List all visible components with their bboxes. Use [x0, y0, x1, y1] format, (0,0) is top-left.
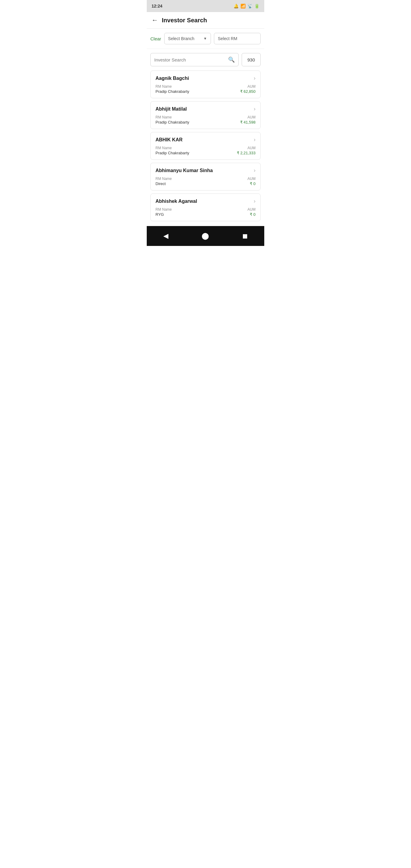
investor-details: RM Name Direct AUM ₹ 0 — [156, 177, 255, 186]
investor-details: RM Name Pradip Chakrabarty AUM ₹ 62,850 — [156, 84, 255, 94]
chevron-right-icon: › — [254, 75, 255, 82]
notification-icon: 🔔 — [233, 4, 239, 8]
investor-card[interactable]: Abhimanyu Kumar Sinha › RM Name Direct A… — [150, 163, 261, 190]
chevron-down-icon: ▼ — [203, 36, 207, 41]
investor-card[interactable]: Abhishek Agarwal › RM Name RYG AUM ₹ 0 — [150, 193, 261, 221]
investor-name: Abhijit Matilal — [156, 106, 187, 112]
nav-bar: ◀ ⬤ ◼ — [147, 226, 264, 246]
investor-name: ABHIK KAR — [156, 137, 183, 143]
investor-aum-section: AUM ₹ 62,850 — [240, 84, 255, 94]
chevron-right-icon: › — [254, 167, 255, 174]
nav-home-button[interactable]: ⬤ — [195, 230, 215, 242]
nav-square-button[interactable]: ◼ — [236, 230, 254, 242]
status-time: 12:24 — [152, 4, 162, 8]
investor-header: Abhimanyu Kumar Sinha › — [156, 167, 255, 174]
aum-label: AUM — [247, 115, 255, 119]
investor-details: RM Name Pradip Chakrabarty AUM ₹ 41,598 — [156, 115, 255, 124]
battery-icon: 🔋 — [254, 4, 259, 8]
rm-value: Pradip Chakrabarty — [156, 151, 189, 155]
rm-value: Pradip Chakrabarty — [156, 120, 189, 124]
aum-value: ₹ 0 — [250, 212, 255, 217]
investor-header: Aagnik Bagchi › — [156, 75, 255, 82]
rm-label: RM Name — [156, 115, 189, 119]
investor-card[interactable]: ABHIK KAR › RM Name Pradip Chakrabarty A… — [150, 132, 261, 160]
rm-label: RM Name — [156, 207, 172, 212]
investor-aum-section: AUM ₹ 0 — [247, 207, 255, 217]
chevron-right-icon: › — [254, 106, 255, 112]
filter-row: Clear Select Branch ▼ Select RM — [147, 29, 264, 49]
aum-label: AUM — [247, 84, 255, 89]
investor-name: Abhishek Agarwal — [156, 198, 197, 204]
rm-label: RM Name — [156, 84, 189, 89]
investor-rm-section: RM Name RYG — [156, 207, 172, 217]
investor-card[interactable]: Aagnik Bagchi › RM Name Pradip Chakrabar… — [150, 70, 261, 98]
investor-name: Abhimanyu Kumar Sinha — [156, 168, 213, 173]
search-box: 🔍 — [150, 53, 239, 66]
investor-details: RM Name Pradip Chakrabarty AUM ₹ 2,21,33… — [156, 146, 255, 155]
rm-value: Direct — [156, 181, 172, 186]
select-rm-label: Select RM — [218, 36, 238, 41]
status-icons: 🔔 📶 📡 🔋 — [233, 4, 259, 8]
aum-value: ₹ 2,21,333 — [237, 151, 255, 155]
investor-header: Abhishek Agarwal › — [156, 198, 255, 204]
select-branch-label: Select Branch — [168, 36, 194, 41]
investor-rm-section: RM Name Pradip Chakrabarty — [156, 115, 189, 124]
rm-value: Pradip Chakrabarty — [156, 89, 189, 94]
investor-aum-section: AUM ₹ 2,21,333 — [237, 146, 255, 155]
signal-icon: 📡 — [247, 4, 253, 8]
chevron-right-icon: › — [254, 136, 255, 143]
search-icon: 🔍 — [228, 56, 235, 63]
aum-label: AUM — [247, 207, 255, 212]
aum-value: ₹ 0 — [250, 181, 255, 186]
clear-button[interactable]: Clear — [150, 36, 161, 41]
investor-name: Aagnik Bagchi — [156, 76, 189, 81]
search-container: 🔍 930 — [150, 53, 261, 66]
rm-label: RM Name — [156, 146, 189, 150]
investor-aum-section: AUM ₹ 41,598 — [240, 115, 255, 124]
search-input[interactable] — [154, 57, 228, 62]
aum-value: ₹ 62,850 — [240, 89, 255, 94]
header: ← Investor Search — [147, 12, 264, 29]
result-count-badge: 930 — [242, 53, 261, 66]
page-title: Investor Search — [162, 17, 207, 24]
nav-back-button[interactable]: ◀ — [157, 230, 175, 242]
result-count: 930 — [247, 57, 255, 62]
investors-list: Aagnik Bagchi › RM Name Pradip Chakrabar… — [147, 70, 264, 221]
investor-header: Abhijit Matilal › — [156, 106, 255, 112]
aum-label: AUM — [247, 146, 255, 150]
select-rm-dropdown[interactable]: Select RM — [214, 33, 261, 44]
investor-rm-section: RM Name Direct — [156, 177, 172, 186]
select-branch-dropdown[interactable]: Select Branch ▼ — [164, 33, 211, 44]
investor-details: RM Name RYG AUM ₹ 0 — [156, 207, 255, 217]
back-button[interactable]: ← — [152, 16, 158, 24]
investor-rm-section: RM Name Pradip Chakrabarty — [156, 84, 189, 94]
aum-value: ₹ 41,598 — [240, 120, 255, 124]
status-bar: 12:24 🔔 📶 📡 🔋 — [147, 0, 264, 12]
rm-label: RM Name — [156, 177, 172, 181]
aum-label: AUM — [247, 177, 255, 181]
investor-header: ABHIK KAR › — [156, 136, 255, 143]
investor-aum-section: AUM ₹ 0 — [247, 177, 255, 186]
wifi-icon: 📶 — [241, 4, 246, 8]
rm-value: RYG — [156, 212, 172, 217]
investor-rm-section: RM Name Pradip Chakrabarty — [156, 146, 189, 155]
chevron-right-icon: › — [254, 198, 255, 204]
investor-card[interactable]: Abhijit Matilal › RM Name Pradip Chakrab… — [150, 101, 261, 129]
